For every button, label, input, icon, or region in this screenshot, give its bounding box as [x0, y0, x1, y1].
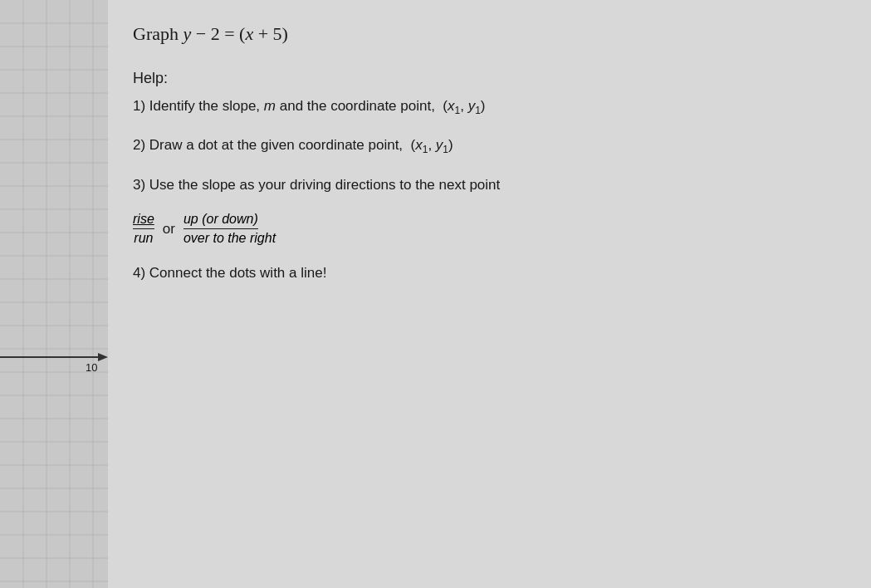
- equation: Graph y − 2 = (x + 5): [133, 23, 838, 45]
- fraction-denominator: run: [134, 229, 153, 246]
- right-fraction: up (or down) over to the right: [183, 212, 276, 246]
- step1: 1) Identify the slope, m and the coordin…: [133, 96, 838, 118]
- svg-text:10: 10: [86, 361, 97, 374]
- step2: 2) Draw a dot at the given coordinate po…: [133, 135, 838, 157]
- equation-text: y − 2 = (x + 5): [183, 23, 287, 44]
- help-title: Help:: [133, 70, 838, 87]
- fraction-right-bottom: over to the right: [183, 229, 276, 246]
- content-panel: Graph y − 2 = (x + 5) Help: 1) Identify …: [108, 0, 871, 588]
- step4: 4) Connect the dots with a line!: [133, 262, 838, 284]
- fraction-numerator: rise: [133, 212, 154, 229]
- help-section: Help: 1) Identify the slope, m and the c…: [133, 70, 838, 284]
- grid-panel: 10: [0, 0, 108, 588]
- step3: 3) Use the slope as your driving directi…: [133, 174, 838, 196]
- fraction-right-top: up (or down): [183, 212, 258, 229]
- grid-svg: 10: [0, 0, 108, 588]
- slope-fraction-row: rise run or up (or down) over to the rig…: [133, 212, 838, 246]
- svg-marker-30: [98, 353, 108, 361]
- or-label: or: [163, 221, 175, 238]
- left-fraction: rise run: [133, 212, 154, 246]
